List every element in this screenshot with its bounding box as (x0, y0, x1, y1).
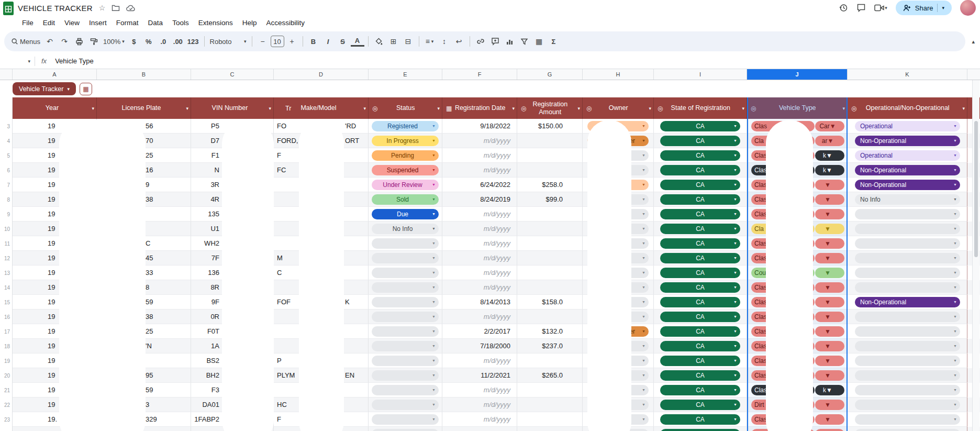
cell-owner[interactable]: ▼ (583, 222, 654, 236)
cell-operational[interactable]: ▼ (848, 397, 967, 412)
column-letter-B[interactable]: B (97, 69, 191, 80)
cell-operational[interactable]: ▼ (848, 383, 967, 397)
column-header-year[interactable]: Year▾ (13, 97, 97, 119)
state-chip[interactable]: CA▼ (660, 121, 740, 131)
dropdown-arrow-icon[interactable]: ▼ (733, 153, 737, 157)
column-header-vehicle-type[interactable]: ◎Vehicle Type▾ (747, 97, 848, 119)
dropdown-arrow-icon[interactable]: ▼ (953, 315, 957, 318)
cell-vin[interactable]: DA01 (191, 397, 274, 412)
state-chip[interactable]: CA▼ (660, 341, 740, 351)
cell-state-of-registration[interactable]: CA▼ (654, 324, 747, 339)
cell-make-model[interactable]: FO'RD (274, 119, 369, 134)
text-color-button[interactable]: A (351, 36, 364, 47)
version-history-icon[interactable] (839, 3, 848, 13)
cell-license-plate[interactable]: 'N (97, 339, 191, 353)
cell-vin[interactable]: WH2 (191, 236, 274, 251)
number-format-button[interactable]: 123 (186, 35, 201, 48)
dropdown-arrow-icon[interactable]: ▼ (825, 269, 831, 277)
row-number[interactable]: 8 (0, 192, 13, 207)
status-chip[interactable]: Under Review▼ (372, 180, 439, 190)
cell-vehicle-type[interactable]: Clas▼ (747, 236, 848, 251)
cell-vin[interactable]: F3 (191, 383, 274, 397)
cell-year[interactable]: 19. (13, 412, 97, 427)
owner-chip[interactable]: ▼ (587, 297, 649, 307)
row-number[interactable]: 24 (0, 427, 13, 431)
operational-chip[interactable]: ▼ (855, 400, 960, 410)
cell-registration-date[interactable]: m/d/yyyy (442, 251, 517, 266)
dropdown-arrow-icon[interactable]: ▼ (825, 284, 831, 291)
cell-vehicle-type[interactable]: Clas▼ (747, 295, 848, 310)
cell-operational[interactable]: ▼ (848, 251, 967, 266)
cell-status[interactable]: Registered▼ (369, 119, 442, 134)
cell-vin[interactable]: P5 (191, 119, 274, 134)
cell-status[interactable]: ▼ (369, 339, 442, 353)
dropdown-arrow-icon[interactable]: ▼ (953, 271, 957, 274)
cell-vehicle-type[interactable]: Clask▼ (747, 148, 848, 163)
dropdown-arrow-icon[interactable]: ▼ (642, 168, 645, 172)
chevron-down-icon[interactable]: ▾ (962, 106, 965, 111)
cell-operational[interactable]: ▼ (848, 427, 967, 431)
dropdown-arrow-icon[interactable]: ▼ (953, 388, 957, 392)
dropdown-arrow-icon[interactable]: ▼ (432, 300, 436, 304)
status-chip[interactable]: ▼ (372, 297, 439, 307)
vehicle-type-chip-fragment[interactable]: ▼ (815, 209, 844, 219)
dropdown-arrow-icon[interactable]: ▼ (642, 359, 645, 362)
operational-chip[interactable]: ▼ (855, 209, 960, 219)
cell-vehicle-type[interactable]: Clas▼ (747, 280, 848, 295)
vehicle-type-chip[interactable]: Clas (751, 297, 815, 307)
cell-registration-amount[interactable] (517, 163, 583, 178)
cell-operational[interactable]: Non-Operational▼ (848, 134, 967, 148)
cell-vehicle-type[interactable]: Clas▼ (747, 339, 848, 353)
row-number[interactable]: 12 (0, 251, 13, 266)
vehicle-type-chip-fragment[interactable]: ▼ (815, 370, 844, 381)
cell-owner[interactable]: ▼ (583, 148, 654, 163)
dropdown-arrow-icon[interactable]: ▼ (642, 315, 645, 318)
dropdown-arrow-icon[interactable]: ▼ (642, 300, 645, 304)
dropdown-arrow-icon[interactable]: ▼ (432, 153, 436, 157)
status-chip[interactable]: ▼ (372, 312, 439, 322)
menu-help[interactable]: Help (238, 17, 261, 28)
owner-chip[interactable]: ▼ (587, 253, 649, 263)
cell-status[interactable]: ▼ (369, 427, 442, 431)
cell-owner[interactable]: ▼ (583, 383, 654, 397)
vehicle-type-chip-fragment[interactable]: Car▼ (815, 121, 844, 131)
cell-operational[interactable]: ▼ (848, 236, 967, 251)
operational-chip[interactable]: ▼ (855, 268, 960, 278)
vehicle-type-chip[interactable]: Clas (751, 341, 815, 351)
dropdown-arrow-icon[interactable]: ▼ (642, 271, 645, 274)
owner-chip[interactable]: ▼ (587, 429, 649, 431)
cell-registration-amount[interactable]: $150.00 (517, 119, 583, 134)
cell-vehicle-type[interactable]: Cla▼ (747, 222, 848, 236)
cell-make-model[interactable]: F (274, 148, 369, 163)
dropdown-arrow-icon[interactable]: ▼ (953, 403, 957, 406)
dropdown-arrow-icon[interactable]: ▼ (642, 329, 645, 333)
dropdown-arrow-icon[interactable]: ▼ (642, 344, 645, 348)
status-chip[interactable]: ▼ (372, 356, 439, 366)
cell-make-model[interactable] (274, 222, 369, 236)
cell-license-plate[interactable]: 9 (97, 178, 191, 192)
vehicle-type-chip[interactable]: Clas (751, 429, 815, 431)
state-chip[interactable]: CA▼ (660, 326, 740, 337)
cell-status[interactable]: Suspended▼ (369, 163, 442, 178)
menus-button[interactable]: Menus (9, 35, 42, 48)
insert-link-button[interactable] (474, 35, 487, 48)
cell-vin[interactable]: 1FABP2 (191, 412, 274, 427)
increase-font-size-button[interactable]: + (285, 35, 299, 48)
cell-license-plate[interactable]: 56 (97, 119, 191, 134)
cell-registration-amount[interactable]: $132.0 (517, 324, 583, 339)
cell-registration-date[interactable]: 2/2/2017 (442, 324, 517, 339)
cell-year[interactable]: 19 (13, 178, 97, 192)
cell-owner[interactable]: ▼ (583, 427, 654, 431)
comments-icon[interactable] (856, 3, 866, 13)
sheets-logo-icon[interactable] (3, 2, 14, 15)
cell-registration-date[interactable]: 7/18/2000 (442, 339, 517, 353)
cell-state-of-registration[interactable]: CA▼ (654, 236, 747, 251)
dropdown-arrow-icon[interactable]: ▼ (733, 256, 737, 260)
cell-license-plate[interactable]: 25 (97, 324, 191, 339)
cell-state-of-registration[interactable]: CA▼ (654, 339, 747, 353)
cell-state-of-registration[interactable]: CA▼ (654, 266, 747, 280)
cell-make-model[interactable] (274, 383, 369, 397)
vehicle-type-chip[interactable]: Clas (751, 150, 815, 161)
cell-status[interactable]: ▼ (369, 353, 442, 368)
cell-make-model[interactable] (274, 339, 369, 353)
